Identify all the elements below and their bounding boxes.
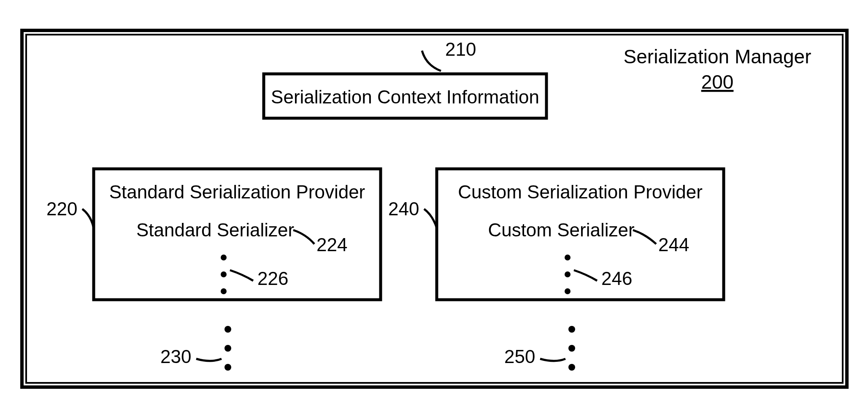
standard-provider-title: Standard Serialization Provider bbox=[109, 182, 365, 202]
custom-inner-dots-ref: 246 bbox=[601, 268, 632, 289]
context-label: Serialization Context Information bbox=[271, 87, 539, 107]
standard-inner-dot bbox=[221, 288, 227, 294]
custom-provider-title: Custom Serialization Provider bbox=[458, 182, 703, 202]
custom-outer-dot bbox=[568, 345, 575, 352]
custom-outer-dots-ref: 250 bbox=[504, 346, 535, 367]
serialization-manager-ref: 200 bbox=[701, 71, 734, 93]
standard-outer-dots-ref: 230 bbox=[160, 346, 191, 367]
custom-serializer-label: Custom Serializer bbox=[488, 220, 634, 240]
context-ref: 210 bbox=[445, 39, 476, 60]
custom-inner-dot bbox=[565, 255, 571, 260]
standard-inner-dot bbox=[221, 255, 227, 260]
standard-outer-dot bbox=[224, 326, 231, 333]
standard-inner-dot bbox=[221, 271, 227, 277]
standard-outer-dot bbox=[224, 364, 231, 371]
custom-provider-ref: 240 bbox=[388, 198, 419, 219]
standard-provider-ref: 220 bbox=[46, 198, 77, 219]
custom-inner-dot bbox=[565, 288, 571, 294]
custom-outer-dot bbox=[568, 364, 575, 371]
standard-inner-dots-ref: 226 bbox=[257, 268, 288, 289]
standard-outer-dot bbox=[224, 345, 231, 352]
serialization-manager-title: Serialization Manager bbox=[624, 46, 811, 68]
custom-serializer-ref: 244 bbox=[658, 234, 689, 255]
custom-outer-dot bbox=[568, 326, 575, 333]
standard-serializer-label: Standard Serializer bbox=[136, 220, 294, 240]
custom-inner-dot bbox=[565, 271, 571, 277]
standard-serializer-ref: 224 bbox=[316, 234, 347, 255]
